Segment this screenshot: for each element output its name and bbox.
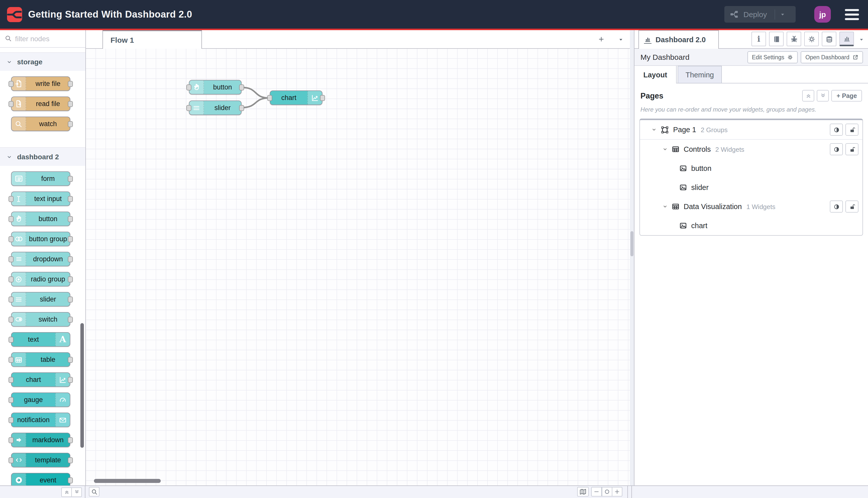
tree-row-widget-chart[interactable]: chart — [640, 216, 863, 235]
context-tab-button[interactable] — [822, 32, 836, 46]
node-input-port[interactable] — [9, 377, 14, 383]
node-input-port[interactable] — [267, 95, 272, 101]
tab-theming[interactable]: Theming — [678, 66, 722, 83]
open-dashboard-button[interactable]: Open Dashboard — [801, 51, 863, 63]
navigator-map-button[interactable] — [577, 487, 589, 497]
node-input-port[interactable] — [9, 296, 14, 302]
node-input-port[interactable] — [186, 84, 191, 90]
avatar[interactable]: jp — [814, 6, 831, 23]
node-output-port[interactable] — [68, 356, 73, 363]
deploy-button[interactable]: Deploy — [724, 6, 796, 23]
flow-node-chart[interactable]: chart — [270, 90, 322, 105]
palette-node-switch[interactable]: switch — [11, 312, 70, 327]
node-input-port[interactable] — [9, 337, 14, 342]
add-page-button[interactable]: + Page — [831, 90, 862, 102]
node-output-port[interactable] — [239, 105, 244, 111]
visibility-button[interactable] — [830, 200, 843, 212]
palette-expand-all-button[interactable] — [71, 487, 82, 497]
tree-row-controls[interactable]: Controls 2 Widgets — [640, 140, 863, 159]
node-input-port[interactable] — [9, 81, 14, 87]
tab-layout[interactable]: Layout — [635, 66, 677, 83]
flow-node-button[interactable]: button — [189, 80, 242, 94]
node-input-port[interactable] — [9, 437, 14, 443]
node-output-port[interactable] — [68, 477, 73, 483]
lock-button[interactable] — [845, 200, 858, 212]
node-input-port[interactable] — [9, 196, 14, 202]
node-output-port[interactable] — [68, 121, 73, 127]
palette-node-text[interactable]: A text — [11, 332, 70, 347]
expand-all-button[interactable] — [817, 90, 829, 102]
tab-flow-1[interactable]: Flow 1 — [103, 30, 202, 49]
wire-button-chart[interactable] — [242, 88, 269, 98]
visibility-button[interactable] — [830, 123, 843, 136]
node-output-port[interactable] — [68, 236, 73, 242]
wire-slider-chart[interactable] — [242, 98, 269, 107]
tree-row-widget-slider[interactable]: slider — [640, 178, 863, 197]
collapse-all-button[interactable] — [802, 90, 815, 102]
palette-node-text-input[interactable]: text input — [11, 192, 70, 206]
palette-node-button-group[interactable]: button group — [11, 232, 70, 246]
palette-category-storage[interactable]: storage — [0, 52, 85, 71]
palette-node-event[interactable]: event — [11, 473, 70, 485]
node-output-port[interactable] — [68, 296, 73, 302]
palette-node-slider[interactable]: slider — [11, 292, 70, 306]
chevron-down-icon[interactable] — [662, 146, 668, 152]
filter-nodes-input[interactable] — [0, 30, 85, 47]
lock-button[interactable] — [845, 143, 858, 155]
node-output-port[interactable] — [320, 95, 325, 101]
flow-node-slider[interactable]: slider — [189, 101, 242, 115]
help-tab-button[interactable] — [769, 32, 784, 46]
node-output-port[interactable] — [68, 196, 73, 202]
tree-row-page-1[interactable]: Page 1 2 Groups — [640, 120, 863, 140]
node-output-port[interactable] — [239, 84, 244, 90]
zoom-reset-button[interactable] — [602, 487, 612, 497]
palette-node-gauge[interactable]: gauge — [11, 392, 70, 407]
node-output-port[interactable] — [68, 457, 73, 463]
node-input-port[interactable] — [9, 356, 14, 363]
tab-dashboard-2[interactable]: Dashboard 2.0 — [639, 30, 719, 49]
node-output-port[interactable] — [68, 101, 73, 107]
dashboard-tab-button[interactable] — [839, 32, 854, 46]
palette-node-notification[interactable]: notification — [11, 412, 70, 427]
node-input-port[interactable] — [9, 256, 14, 262]
palette-node-chart[interactable]: chart — [11, 372, 70, 387]
flow-canvas[interactable]: button slider chart — [86, 49, 630, 485]
tree-row-widget-button[interactable]: button — [640, 159, 863, 178]
node-input-port[interactable] — [9, 101, 14, 107]
flow-list-button[interactable] — [618, 37, 624, 43]
canvas-horizontal-scrollbar[interactable] — [94, 479, 161, 483]
zoom-out-button[interactable] — [591, 487, 602, 497]
palette-category-dashboard-2[interactable]: dashboard 2 — [0, 147, 85, 166]
node-output-port[interactable] — [68, 256, 73, 262]
node-output-port[interactable] — [68, 276, 73, 282]
node-output-port[interactable] — [68, 216, 73, 222]
tree-row-data-visualization[interactable]: Data Visualization 1 Widgets — [640, 197, 863, 216]
node-output-port[interactable] — [68, 175, 73, 182]
palette-collapse-all-button[interactable] — [61, 487, 72, 497]
palette-node-template[interactable]: template — [11, 453, 70, 467]
palette-node-write-file[interactable]: write file — [11, 76, 70, 91]
palette-scrollbar[interactable] — [80, 323, 84, 448]
palette-node-table[interactable]: table — [11, 352, 70, 367]
canvas-vertical-scrollbar[interactable] — [630, 231, 633, 256]
palette-node-form[interactable]: form — [11, 171, 70, 186]
node-output-port[interactable] — [68, 316, 73, 323]
debug-tab-button[interactable] — [787, 32, 801, 46]
node-input-port[interactable] — [9, 236, 14, 242]
node-output-port[interactable] — [68, 377, 73, 383]
palette-node-dropdown[interactable]: dropdown — [11, 252, 70, 266]
info-tab-button[interactable]: i — [751, 32, 766, 46]
palette-node-watch[interactable]: watch — [11, 117, 70, 131]
node-input-port[interactable] — [9, 397, 14, 403]
lock-button[interactable] — [845, 123, 858, 136]
chevron-down-icon[interactable] — [651, 127, 657, 133]
node-output-port[interactable] — [68, 81, 73, 87]
palette-node-button[interactable]: button — [11, 212, 70, 226]
config-tab-button[interactable] — [804, 32, 819, 46]
deploy-options-button[interactable] — [774, 9, 785, 19]
node-input-port[interactable] — [9, 316, 14, 323]
node-output-port[interactable] — [68, 437, 73, 443]
node-input-port[interactable] — [186, 105, 191, 111]
edit-settings-button[interactable]: Edit Settings — [747, 51, 798, 63]
palette-node-radio-group[interactable]: radio group — [11, 272, 70, 286]
